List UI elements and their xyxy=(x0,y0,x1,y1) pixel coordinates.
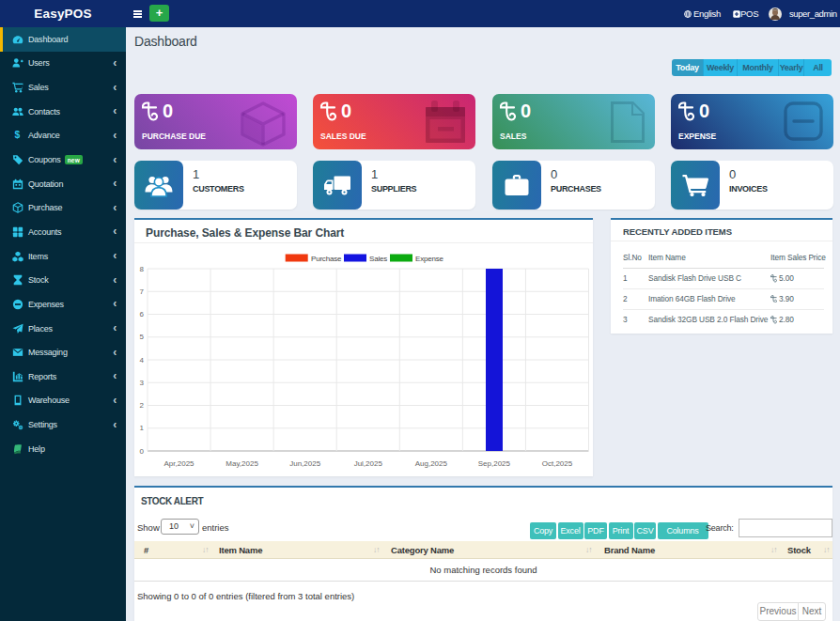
svg-text:Jul,2025: Jul,2025 xyxy=(354,459,383,468)
svg-text:Apr,2025: Apr,2025 xyxy=(164,459,195,468)
svg-text:Jun,2025: Jun,2025 xyxy=(289,459,320,468)
svg-text:8: 8 xyxy=(140,265,145,273)
svg-text:5: 5 xyxy=(140,333,145,341)
svg-text:$: $ xyxy=(15,131,21,141)
svg-text:Sep,2025: Sep,2025 xyxy=(478,459,511,468)
svg-text:7: 7 xyxy=(140,287,145,296)
svg-text:Sales: Sales xyxy=(369,255,387,263)
svg-text:3: 3 xyxy=(140,379,145,387)
svg-text:0: 0 xyxy=(140,447,145,456)
svg-text:2: 2 xyxy=(140,401,145,410)
svg-text:1: 1 xyxy=(140,424,145,432)
svg-text:6: 6 xyxy=(140,310,145,318)
svg-text:Aug,2025: Aug,2025 xyxy=(415,459,448,468)
svg-text:Purchase: Purchase xyxy=(311,255,342,263)
svg-text:May,2025: May,2025 xyxy=(226,459,258,468)
svg-text:Expense: Expense xyxy=(415,255,443,263)
svg-text:Oct,2025: Oct,2025 xyxy=(542,459,573,468)
svg-text:4: 4 xyxy=(140,356,145,365)
